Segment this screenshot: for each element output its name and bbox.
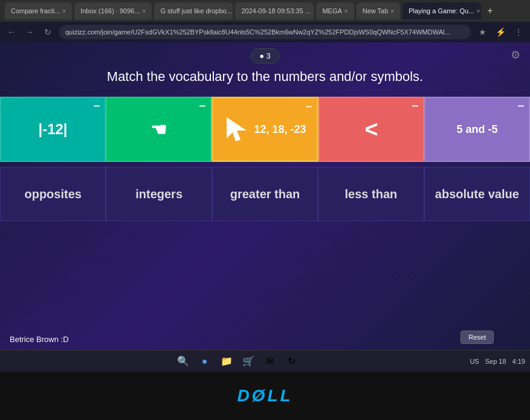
back-button[interactable]: ← xyxy=(5,27,18,37)
browser-tabs: Compare fracti... × Inbox (166) · 9096..… xyxy=(0,0,530,22)
card-text-3: 12, 18, -23 xyxy=(254,123,306,136)
taskbar-icon-files[interactable]: 📁 xyxy=(219,354,234,369)
taskbar-language: US xyxy=(470,358,479,365)
tab-7-active[interactable]: Playing a Game: Qu... × xyxy=(402,2,481,19)
settings-icon[interactable]: ⚙ xyxy=(511,48,520,62)
card-text-1: |-12| xyxy=(38,121,67,138)
forward-button[interactable]: → xyxy=(23,27,36,37)
new-tab-button[interactable]: + xyxy=(483,5,496,16)
bookmark-button[interactable]: ★ xyxy=(476,27,489,37)
card-hand[interactable]: ▬ ☚ xyxy=(106,97,212,162)
taskbar: 🔍 ● 📁 🛒 ✉ ↻ US Sep 18 4:19 xyxy=(0,350,530,372)
tab-close-1[interactable]: × xyxy=(62,8,66,15)
taskbar-time: 4:19 xyxy=(512,358,525,365)
tab-close-5[interactable]: × xyxy=(344,8,348,15)
card-corner-4: ▬ xyxy=(412,102,418,108)
tab-2[interactable]: Inbox (166) · 9096... × xyxy=(74,2,152,19)
taskbar-right: US Sep 18 4:19 xyxy=(470,358,525,365)
symbol-cards-row: ▬ |-12| ▬ ☚ ▬ 12, 18, -23 ▬ < ▬ 5 and -5 xyxy=(0,97,530,162)
taskbar-icon-browser[interactable]: ● xyxy=(197,354,213,369)
taskbar-icon-refresh[interactable]: ↻ xyxy=(284,354,300,369)
menu-button[interactable]: ⋮ xyxy=(512,27,525,37)
word-integers[interactable]: integers xyxy=(106,167,212,221)
card-corner-1: ▬ xyxy=(94,102,100,108)
taskbar-icons: 🔍 ● 📁 🛒 ✉ ↻ xyxy=(5,354,470,369)
taskbar-date: Sep 18 xyxy=(485,358,506,365)
word-less-than[interactable]: less than xyxy=(318,167,424,221)
card-corner-3: ▬ xyxy=(306,102,312,109)
card-integers[interactable]: ▬ 12, 18, -23 xyxy=(212,97,318,162)
tab-6[interactable]: New Tab × xyxy=(357,2,400,19)
cursor-arrow-icon xyxy=(224,114,254,144)
word-opposites[interactable]: opposites xyxy=(0,167,106,221)
reload-button[interactable]: ↻ xyxy=(41,27,54,37)
tab-4[interactable]: 2024-09-18 09:53:35 ... × xyxy=(235,2,314,19)
question-text: Match the vocabulary to the numbers and/… xyxy=(95,69,435,85)
url-field[interactable]: quizizz.com/join/game/U2FsdGVkX1%252BYPs… xyxy=(59,25,471,39)
extensions-button[interactable]: ⚡ xyxy=(494,27,507,37)
svg-marker-0 xyxy=(227,117,247,141)
tab-close-2[interactable]: × xyxy=(143,8,146,15)
score-bar: ● 3 xyxy=(250,48,280,63)
hand-icon: ☚ xyxy=(150,119,167,140)
taskbar-icon-mail[interactable]: ✉ xyxy=(262,354,278,369)
card-absolute-value[interactable]: ▬ |-12| xyxy=(0,97,106,162)
card-text-4: < xyxy=(364,117,378,143)
taskbar-icon-store[interactable]: 🛒 xyxy=(241,354,256,369)
tab-1[interactable]: Compare fracti... × xyxy=(5,2,72,19)
word-greater-than[interactable]: greater than xyxy=(212,167,318,221)
player-name: Betrice Brown :D xyxy=(10,335,69,344)
tab-close-7[interactable]: × xyxy=(476,8,480,15)
taskbar-icon-search[interactable]: 🔍 xyxy=(175,354,191,369)
tab-close-4[interactable]: × xyxy=(313,8,314,15)
card-corner-5: ▬ xyxy=(518,102,524,108)
dell-area: DØLL xyxy=(0,372,530,420)
address-bar: ← → ↻ quizizz.com/join/game/U2FsdGVkX1%2… xyxy=(0,22,530,42)
card-less-than[interactable]: ▬ < xyxy=(318,97,424,162)
tab-close-6[interactable]: × xyxy=(390,8,394,15)
word-absolute-value[interactable]: absolute value xyxy=(424,167,530,221)
card-text-5: 5 and -5 xyxy=(456,123,497,136)
reset-button[interactable]: Reset xyxy=(461,331,494,344)
dell-logo: DØLL xyxy=(237,386,292,405)
score-badge: ● 3 xyxy=(250,48,280,63)
tab-5[interactable]: MEGA × xyxy=(316,2,354,19)
card-corner-2: ▬ xyxy=(199,102,205,108)
word-cards-row: opposites integers greater than less tha… xyxy=(0,167,530,221)
tab-3[interactable]: G stuff just like dropbo... × xyxy=(154,2,233,19)
game-area: ● 3 ⚙ Match the vocabulary to the number… xyxy=(0,42,530,350)
card-opposites[interactable]: ▬ 5 and -5 xyxy=(424,97,530,162)
